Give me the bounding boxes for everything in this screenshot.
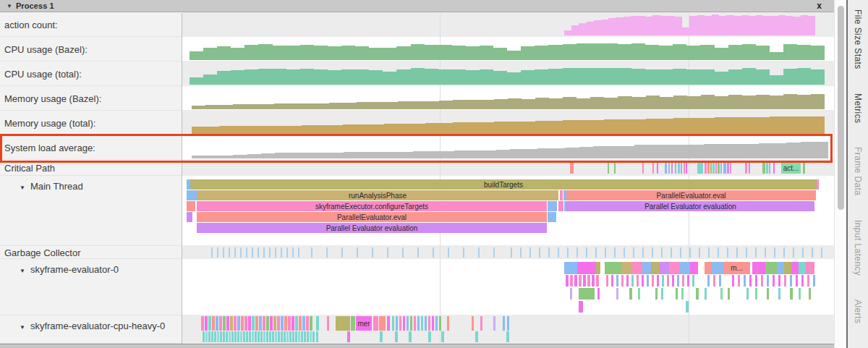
flame-bar[interactable] (548, 201, 557, 211)
trace-tick (281, 331, 283, 342)
flame-bar[interactable] (560, 190, 563, 200)
row-label-sys-load[interactable]: System load average: (0, 135, 182, 160)
gc-ticks[interactable] (182, 247, 834, 258)
area-chart-mem-total[interactable] (192, 116, 825, 134)
area-chart-cpu-total[interactable] (190, 68, 825, 85)
row-label-ev0[interactable]: ▼skyframe-evaluator-0 (0, 259, 182, 315)
trace-tick (755, 288, 757, 300)
flame-bar[interactable]: ParallelEvaluator.eval (197, 212, 547, 222)
trace-tick (710, 162, 712, 174)
flame-bar[interactable]: buildTargets (190, 179, 817, 190)
vertical-scrollbar[interactable] (834, 0, 846, 348)
track-content-cpu-heavy[interactable]: mer (182, 315, 834, 344)
track-content-gc[interactable] (182, 246, 834, 259)
horizontal-scrollbar[interactable] (0, 344, 834, 348)
close-icon[interactable]: x (817, 1, 822, 10)
row-label-gc[interactable]: Garbage Collector (0, 246, 182, 259)
row-label-cpu-total[interactable]: CPU usage (total): (0, 61, 182, 86)
expander-icon[interactable]: ▼ (20, 184, 25, 191)
evaluator0-lane2[interactable] (182, 275, 834, 287)
flame-bar[interactable]: Parallel Evaluator evaluation (197, 223, 547, 233)
trace-tick (773, 275, 775, 287)
flame-bar[interactable]: ParallelEvaluator.eval (566, 190, 816, 200)
trace-event-badge[interactable]: act... (781, 162, 801, 174)
track-content-sys-load[interactable] (182, 135, 834, 160)
trace-tick (286, 331, 289, 342)
trace-event-badge[interactable]: mer (356, 316, 372, 331)
track-content-mem-bazel[interactable] (182, 86, 834, 111)
cpu-heavy-lane2[interactable] (182, 331, 834, 342)
flame-bar[interactable] (558, 201, 563, 211)
flame-bar[interactable] (187, 190, 197, 200)
trace-tick (642, 275, 644, 287)
row-label-mem-total[interactable]: Memory usage (total): (0, 111, 182, 135)
flame-bar[interactable]: runAnalysisPhase (197, 190, 558, 200)
critical-path-ticks[interactable]: act... (182, 162, 834, 174)
flame-bar[interactable] (187, 201, 195, 211)
trace-tick (326, 247, 328, 258)
trace-tick (712, 262, 723, 274)
trace-tick (657, 162, 658, 174)
trace-tick (439, 316, 441, 331)
row-label-main-thread[interactable]: ▼Main Thread (0, 176, 182, 246)
trace-tick (478, 247, 480, 258)
track-content-ev0[interactable]: m... (182, 259, 834, 315)
evaluator0-lane4[interactable] (182, 301, 834, 313)
row-label-cpu-bazel[interactable]: CPU usage (Bazel): (0, 37, 182, 61)
trace-tick (570, 162, 574, 174)
trace-tick (812, 247, 813, 258)
trace-tick (773, 162, 775, 174)
trace-tick (651, 262, 660, 274)
track-content-action[interactable] (182, 12, 834, 37)
evaluator0-lane1[interactable]: m... (182, 262, 834, 274)
trace-tick (672, 275, 674, 287)
trace-tick (249, 331, 251, 342)
trace-tick (616, 275, 618, 287)
track-content-mem-total[interactable] (182, 111, 834, 135)
side-tab-input-latency: Input Latency (853, 220, 863, 276)
trace-tick (299, 316, 302, 331)
trace-tick (681, 162, 682, 174)
track-content-cpu-bazel[interactable] (182, 37, 834, 61)
flame-bar[interactable]: skyframeExecutor.configureTargets (197, 201, 547, 211)
area-chart-sys-load[interactable] (192, 142, 828, 158)
trace-tick (223, 331, 225, 342)
row-label-critical[interactable]: Critical Path (0, 160, 182, 176)
cpu-heavy-lane1[interactable]: mer (182, 316, 834, 331)
row-label-mem-bazel[interactable]: Memory usage (Bazel): (0, 86, 182, 111)
process-header[interactable]: ▼ Process 1 x (0, 0, 834, 12)
trace-event-badge[interactable]: m... (723, 262, 750, 274)
row-label-cpu-heavy[interactable]: ▼skyframe-evaluator-cpu-heavy-0 (0, 315, 182, 344)
track-content-critical[interactable]: act... (182, 160, 834, 176)
trace-tick (712, 162, 715, 174)
vertical-scrollbar-thumb[interactable] (838, 6, 844, 210)
trace-tick (241, 316, 244, 331)
area-chart-mem-bazel[interactable] (192, 94, 825, 109)
track-content-main-thread[interactable]: buildTargetsrunAnalysisPhaseParallelEval… (182, 176, 834, 246)
flame-bar[interactable] (817, 179, 819, 190)
flame-bar[interactable] (187, 212, 192, 222)
area-chart-action[interactable] (564, 14, 815, 35)
trace-tick (755, 275, 757, 287)
flame-bar[interactable] (548, 212, 556, 222)
trace-tick (766, 162, 768, 174)
trace-tick (728, 288, 730, 300)
track-content-cpu-total[interactable] (182, 61, 834, 86)
side-tab-file-size-stats[interactable]: File Size Stats (853, 9, 863, 69)
trace-tick (699, 247, 700, 258)
track-row-mem-bazel: Memory usage (Bazel): (0, 86, 834, 111)
expander-icon[interactable]: ▼ (20, 324, 25, 331)
expander-icon[interactable]: ▼ (20, 268, 25, 274)
flame-bar[interactable]: Parallel Evaluator evaluation (566, 201, 814, 211)
trace-tick (327, 316, 329, 331)
area-chart-cpu-bazel[interactable] (190, 43, 825, 60)
trace-tick (507, 316, 509, 331)
evaluator0-lane3[interactable] (182, 288, 834, 300)
trace-tick (372, 247, 373, 258)
trace-tick (310, 316, 312, 331)
trace-tick (240, 331, 242, 342)
side-tab-metrics[interactable]: Metrics (853, 93, 863, 123)
trace-tick (707, 275, 710, 287)
collapse-icon[interactable]: ▼ (7, 3, 12, 9)
row-label-action[interactable]: action count: (0, 12, 182, 37)
